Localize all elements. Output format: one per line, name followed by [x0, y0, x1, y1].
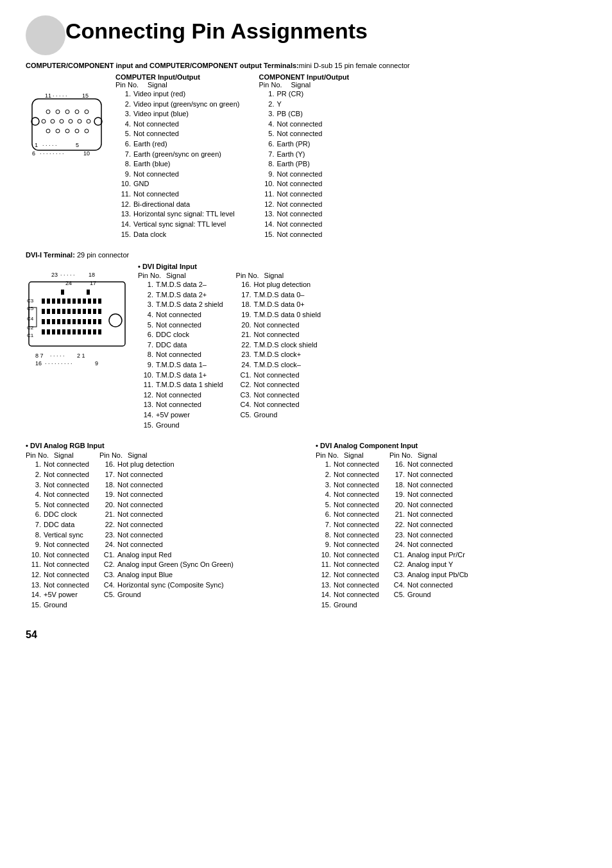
svg-rect-53 [42, 309, 45, 314]
pin-row: 22.Not connected [389, 520, 468, 530]
svg-rect-54 [47, 309, 50, 314]
svg-text:15: 15 [82, 92, 89, 99]
pin-row: 8.Not connected [316, 530, 379, 541]
pin-row: 18.Not connected [389, 480, 468, 490]
pin-row: 15.Data clock [115, 230, 240, 240]
pin-row: 7.DDC data [138, 340, 223, 351]
svg-rect-50 [88, 299, 91, 304]
pin-row: C5.Ground [236, 410, 321, 421]
svg-rect-56 [57, 309, 60, 314]
pin-row: 10.Not connected [259, 179, 350, 189]
pin-row: 12.Not connected [26, 570, 89, 580]
pin-row: 13.Not connected [26, 580, 89, 591]
pin-row: 6.DDC clock [26, 510, 89, 520]
analog-component-right: Pin No. Signal 16.Not connected17.Not co… [389, 451, 468, 610]
pin-row: 7.Earth (green/sync on green) [115, 150, 240, 160]
svg-text:11: 11 [45, 92, 51, 99]
pin-row: 8.Not connected [138, 350, 223, 360]
svg-rect-85 [83, 329, 86, 334]
pin-row: C3.Analog input Blue [99, 570, 234, 580]
pin-row: C4.Not connected [389, 580, 468, 591]
svg-rect-57 [62, 309, 65, 314]
svg-rect-66 [47, 319, 50, 324]
svg-text:C2: C2 [27, 325, 34, 331]
pin-row: 12.Not connected [316, 570, 379, 580]
svg-text:· · · · ·: · · · · · [53, 92, 67, 99]
dvi-diagram: 23 · · · · · 18 24 17 C3 C5 C4 C2 C1 [26, 263, 132, 373]
svg-point-4 [46, 110, 50, 114]
analog-sections: • DVI Analog RGB Input Pin No. Signal 1.… [26, 442, 586, 610]
svg-rect-44 [57, 299, 60, 304]
pin-row: 18.Not connected [99, 480, 234, 490]
component-pin-list: COMPONENT Input/Output Pin No. Signal 1.… [259, 73, 350, 239]
pin-row: C1.Analog input Pr/Cr [389, 550, 468, 560]
pin-row: 19.Not connected [99, 490, 234, 500]
pin-row: C5.Ground [99, 590, 234, 600]
pin-row: 4.Not connected [138, 310, 223, 320]
pin-row: 23.Not connected [389, 530, 468, 541]
svg-rect-47 [72, 299, 76, 304]
svg-point-18 [75, 129, 79, 133]
svg-text:C3: C3 [27, 298, 34, 304]
pin-row: 13.Horizontal sync signal: TTL level [115, 209, 240, 220]
svg-rect-68 [57, 319, 60, 324]
svg-text:· · · · ·: · · · · · [50, 352, 65, 359]
svg-text:17: 17 [90, 280, 96, 286]
svg-point-7 [75, 110, 79, 114]
pin-row: 8.Vertical sync [26, 530, 89, 541]
dvi-left-pins: Pin No. Signal 1.T.M.D.S data 2–2.T.M.D.… [138, 272, 223, 430]
pin-row: 6.Earth (red) [115, 139, 240, 150]
svg-rect-82 [67, 329, 71, 334]
svg-text:16: 16 [35, 360, 42, 367]
svg-rect-62 [88, 309, 91, 314]
dvi-right-pins: Pin No. Signal 16.Hot plug detection17.T… [236, 272, 321, 430]
pin-row: 2.Not connected [316, 470, 379, 480]
svg-rect-79 [52, 329, 55, 334]
pin-row: 11.Not connected [259, 189, 350, 200]
pin-row: 22.Not connected [99, 520, 234, 530]
pin-row: 4.Not connected [115, 119, 240, 130]
svg-text:8 7: 8 7 [35, 352, 44, 359]
svg-rect-51 [93, 299, 96, 304]
pin-row: 8.Earth (blue) [115, 159, 240, 169]
svg-text:1: 1 [35, 142, 38, 148]
svg-rect-48 [78, 299, 81, 304]
pin-row: 6.DDC clock [138, 330, 223, 340]
svg-rect-65 [42, 319, 45, 324]
svg-point-11 [60, 119, 64, 123]
pin-row: 7.Not connected [316, 520, 379, 530]
svg-rect-71 [72, 319, 76, 324]
pin-row: 14.Vertical sync signal: TTL level [115, 220, 240, 230]
pin-row: 1.Not connected [26, 460, 89, 470]
pin-row: 4.Not connected [316, 490, 379, 500]
pin-row: 4.Not connected [259, 119, 350, 130]
svg-rect-39 [61, 290, 64, 295]
pin-row: 18.T.M.D.S data 0+ [236, 300, 321, 310]
page-number: 54 [26, 629, 586, 641]
pin-row: 2.Video input (green/sync on green) [115, 100, 240, 110]
pin-row: 11.T.M.D.S data 1 shield [138, 380, 223, 390]
computer-pins-container: 1.Video input (red)2.Video input (green/… [115, 89, 240, 239]
analog-rgb-left: Pin No. Signal 1.Not connected2.Not conn… [26, 451, 89, 610]
svg-point-16 [56, 129, 60, 133]
pin-row: 9.Not connected [259, 169, 350, 180]
svg-rect-75 [93, 319, 96, 324]
computer-pin-list: COMPUTER Input/Output Pin No. Signal 1.V… [115, 73, 240, 239]
pin-row: 5.Not connected [115, 129, 240, 139]
svg-rect-74 [88, 319, 91, 324]
svg-rect-49 [83, 299, 86, 304]
analog-comp-left-container: 1.Not connected2.Not connected3.Not conn… [316, 460, 379, 610]
pin-row: 16.Hot plug detection [99, 460, 234, 470]
pin-row: 14.Not connected [316, 590, 379, 600]
pin-row: C5.Ground [389, 590, 468, 600]
svg-text:23: 23 [51, 272, 58, 278]
comp-component-section: COMPUTER/COMPONENT input and COMPUTER/CO… [26, 62, 586, 239]
svg-text:· · · · · · · · ·: · · · · · · · · · [45, 360, 72, 367]
svg-rect-69 [62, 319, 65, 324]
pin-row: 20.Not connected [99, 500, 234, 510]
analog-rgb-right: Pin No. Signal 16.Hot plug detection17.N… [99, 451, 234, 610]
svg-point-12 [69, 119, 72, 123]
pin-row: 11.Not connected [26, 560, 89, 570]
svg-text:2 1: 2 1 [77, 352, 85, 359]
svg-rect-73 [83, 319, 86, 324]
